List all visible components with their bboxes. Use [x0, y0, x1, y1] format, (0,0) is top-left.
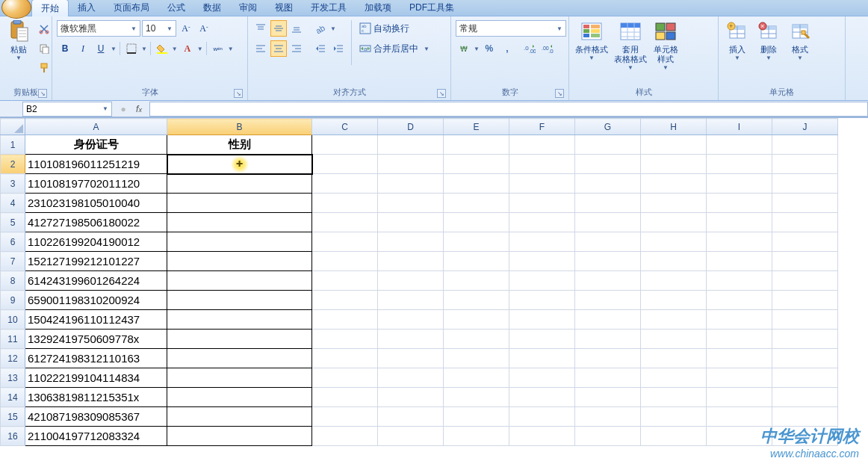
cell[interactable]: 110226199204190012	[25, 232, 167, 252]
row-header[interactable]: 10	[1, 310, 25, 330]
cell[interactable]	[575, 252, 641, 271]
cell[interactable]	[772, 310, 838, 330]
increase-font-button[interactable]: Aˆ	[178, 20, 194, 37]
cell-styles-button[interactable]: 单元格 样式▼	[650, 18, 681, 72]
column-header[interactable]: G	[575, 119, 641, 135]
cell[interactable]	[707, 194, 772, 213]
cell[interactable]	[641, 194, 707, 213]
cell[interactable]	[641, 155, 707, 174]
row-header[interactable]: 3	[1, 174, 25, 194]
row-header[interactable]: 15	[1, 407, 25, 427]
cell[interactable]	[707, 388, 772, 407]
tab-pagelayout[interactable]: 页面布局	[105, 0, 158, 16]
cell[interactable]	[772, 349, 838, 368]
cell[interactable]: 659001198310200924	[25, 291, 167, 310]
bold-button[interactable]: B	[57, 40, 73, 57]
cell[interactable]	[772, 155, 838, 174]
comma-button[interactable]: ,	[499, 40, 515, 57]
cell[interactable]	[575, 407, 641, 427]
percent-button[interactable]: %	[481, 40, 497, 57]
spreadsheet-grid[interactable]: ABCDEFGHIJ1身份证号性别21101081960112512193110…	[0, 117, 868, 467]
increase-decimal-button[interactable]: .0.00	[521, 40, 538, 57]
cell[interactable]	[378, 407, 444, 427]
cell[interactable]	[509, 368, 575, 388]
cell[interactable]	[772, 194, 838, 213]
cell[interactable]: 612724198312110163	[25, 349, 167, 368]
cell[interactable]	[772, 252, 838, 271]
underline-button[interactable]: U	[93, 40, 109, 57]
cell[interactable]	[509, 213, 575, 232]
cell[interactable]	[509, 271, 575, 291]
format-as-table-button[interactable]: 套用 表格格式▼	[611, 18, 650, 72]
cell[interactable]	[378, 194, 444, 213]
cell[interactable]	[378, 155, 444, 174]
cell[interactable]	[641, 388, 707, 407]
cell[interactable]	[378, 368, 444, 388]
cell[interactable]	[575, 194, 641, 213]
cell[interactable]	[312, 232, 378, 252]
cell[interactable]	[312, 310, 378, 330]
cell[interactable]	[378, 388, 444, 407]
cell[interactable]	[167, 368, 312, 388]
cell[interactable]	[772, 368, 838, 388]
tab-addins[interactable]: 加载项	[356, 0, 400, 16]
cell[interactable]	[509, 291, 575, 310]
cell[interactable]	[575, 291, 641, 310]
cell[interactable]	[707, 271, 772, 291]
cell[interactable]	[444, 194, 509, 213]
align-bottom-button[interactable]	[288, 20, 305, 37]
cell[interactable]	[575, 427, 641, 446]
cell[interactable]	[641, 310, 707, 330]
cell[interactable]: 152127199212101227	[25, 252, 167, 271]
cell[interactable]	[575, 232, 641, 252]
cell[interactable]	[444, 349, 509, 368]
cell[interactable]	[707, 330, 772, 349]
cell[interactable]	[707, 407, 772, 427]
column-header[interactable]: E	[444, 119, 509, 135]
row-header[interactable]: 6	[1, 232, 25, 252]
cell[interactable]	[707, 174, 772, 194]
cell[interactable]	[312, 291, 378, 310]
cell[interactable]	[167, 174, 312, 194]
cell[interactable]	[378, 232, 444, 252]
cell[interactable]	[575, 330, 641, 349]
cell[interactable]	[444, 388, 509, 407]
tab-data[interactable]: 数据	[194, 0, 230, 16]
cell[interactable]	[167, 155, 312, 174]
cell[interactable]	[378, 174, 444, 194]
column-header[interactable]: B	[167, 119, 312, 135]
phonetic-button[interactable]: wén	[210, 40, 226, 57]
cell[interactable]	[707, 155, 772, 174]
column-header[interactable]: H	[641, 119, 707, 135]
cell[interactable]	[772, 232, 838, 252]
tab-view[interactable]: 视图	[266, 0, 302, 16]
font-family-combo[interactable]: 微软雅黑▼	[57, 20, 140, 37]
cell[interactable]: 13292419750609778x	[25, 330, 167, 349]
cell[interactable]	[641, 407, 707, 427]
cell[interactable]	[707, 310, 772, 330]
cell[interactable]	[167, 232, 312, 252]
cell[interactable]: 421087198309085367	[25, 407, 167, 427]
cell[interactable]	[312, 407, 378, 427]
tab-insert[interactable]: 插入	[69, 0, 105, 16]
cell[interactable]	[444, 213, 509, 232]
cell[interactable]	[509, 330, 575, 349]
cell[interactable]	[509, 194, 575, 213]
cell[interactable]	[167, 388, 312, 407]
cell[interactable]	[707, 349, 772, 368]
tab-developer[interactable]: 开发工具	[302, 0, 356, 16]
cell[interactable]	[378, 427, 444, 446]
cell[interactable]	[167, 271, 312, 291]
cell[interactable]	[444, 174, 509, 194]
paste-button[interactable]: 粘贴 ▼	[3, 18, 34, 63]
cell[interactable]	[509, 349, 575, 368]
number-format-combo[interactable]: 常规▼	[456, 20, 566, 37]
row-header[interactable]: 16	[1, 427, 25, 446]
cell[interactable]	[509, 155, 575, 174]
cell[interactable]	[641, 252, 707, 271]
column-header[interactable]: A	[25, 119, 167, 135]
tab-home[interactable]: 开始	[31, 0, 69, 16]
row-header[interactable]: 4	[1, 194, 25, 213]
align-middle-button[interactable]	[270, 20, 287, 37]
cancel-formula-button[interactable]: ●	[117, 101, 130, 117]
